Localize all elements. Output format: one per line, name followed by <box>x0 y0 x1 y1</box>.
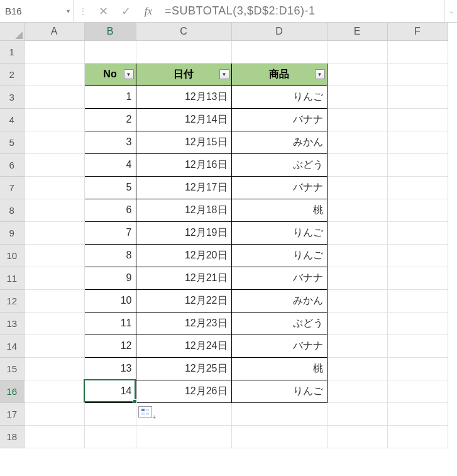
col-head-B[interactable]: B <box>84 23 136 40</box>
cell-B9[interactable]: 7 <box>84 221 136 244</box>
row-head-7[interactable]: 7 <box>0 176 24 199</box>
cell-E1[interactable] <box>327 40 387 63</box>
cell-C1[interactable] <box>136 40 231 63</box>
cell-B7[interactable]: 5 <box>84 176 136 199</box>
cell-A7[interactable] <box>24 176 84 199</box>
cell-F3[interactable] <box>387 86 448 108</box>
cell-D2[interactable]: 商品▼ <box>231 63 327 86</box>
cell-A14[interactable] <box>24 335 84 357</box>
cell-B2[interactable]: No▼ <box>84 63 136 86</box>
cell-F13[interactable] <box>387 312 448 335</box>
col-head-E[interactable]: E <box>327 23 387 40</box>
dropdown-icon[interactable]: ▼ <box>65 8 71 14</box>
cell-E4[interactable] <box>327 108 387 131</box>
cell-A6[interactable] <box>24 153 84 176</box>
row-head-6[interactable]: 6 <box>0 153 24 176</box>
row-head-10[interactable]: 10 <box>0 244 24 267</box>
accept-formula-button[interactable]: ✓ <box>114 0 137 22</box>
cell-B5[interactable]: 3 <box>84 131 136 153</box>
cell-B4[interactable]: 2 <box>84 108 136 131</box>
col-head-F[interactable]: F <box>387 23 448 40</box>
cell-F4[interactable] <box>387 108 448 131</box>
cell-B15[interactable]: 13 <box>84 357 136 380</box>
cell-E18[interactable] <box>327 425 387 448</box>
cell-F9[interactable] <box>387 221 448 244</box>
cell-A10[interactable] <box>24 244 84 267</box>
cell-C10[interactable]: 12月20日 <box>136 244 231 267</box>
cell-E16[interactable] <box>327 380 387 402</box>
row-head-13[interactable]: 13 <box>0 312 24 335</box>
cell-E7[interactable] <box>327 176 387 199</box>
cell-C6[interactable]: 12月16日 <box>136 153 231 176</box>
cell-F15[interactable] <box>387 357 448 380</box>
cell-D4[interactable]: バナナ <box>231 108 327 131</box>
row-head-8[interactable]: 8 <box>0 199 24 221</box>
cell-E8[interactable] <box>327 199 387 221</box>
cell-E14[interactable] <box>327 335 387 357</box>
cell-A2[interactable] <box>24 63 84 86</box>
cell-E11[interactable] <box>327 267 387 289</box>
cell-E13[interactable] <box>327 312 387 335</box>
cell-B11[interactable]: 9 <box>84 267 136 289</box>
cell-C3[interactable]: 12月13日 <box>136 86 231 108</box>
cell-A5[interactable] <box>24 131 84 153</box>
cell-E12[interactable] <box>327 289 387 312</box>
cell-F7[interactable] <box>387 176 448 199</box>
filter-button[interactable]: ▼ <box>124 69 134 79</box>
filter-button[interactable]: ▼ <box>315 69 325 79</box>
cell-B14[interactable]: 12 <box>84 335 136 357</box>
cell-E6[interactable] <box>327 153 387 176</box>
autofill-options-button[interactable]: + <box>138 406 152 418</box>
cell-F5[interactable] <box>387 131 448 153</box>
cell-C8[interactable]: 12月18日 <box>136 199 231 221</box>
cell-C11[interactable]: 12月21日 <box>136 267 231 289</box>
cell-B3[interactable]: 1 <box>84 86 136 108</box>
formula-input[interactable]: =SUBTOTAL(3,$D$2:D16)-1 <box>160 0 444 22</box>
cell-A1[interactable] <box>24 40 84 63</box>
cell-E3[interactable] <box>327 86 387 108</box>
cell-C12[interactable]: 12月22日 <box>136 289 231 312</box>
filter-button[interactable]: ▼ <box>219 69 229 79</box>
cell-F6[interactable] <box>387 153 448 176</box>
cell-A8[interactable] <box>24 199 84 221</box>
cell-A15[interactable] <box>24 357 84 380</box>
cell-F8[interactable] <box>387 199 448 221</box>
cell-F17[interactable] <box>387 402 448 425</box>
cell-D18[interactable] <box>231 425 327 448</box>
cell-C14[interactable]: 12月24日 <box>136 335 231 357</box>
row-head-9[interactable]: 9 <box>0 221 24 244</box>
cell-B1[interactable] <box>84 40 136 63</box>
cell-D5[interactable]: みかん <box>231 131 327 153</box>
row-head-2[interactable]: 2 <box>0 63 24 86</box>
cell-C4[interactable]: 12月14日 <box>136 108 231 131</box>
cell-A18[interactable] <box>24 425 84 448</box>
cell-F11[interactable] <box>387 267 448 289</box>
row-head-3[interactable]: 3 <box>0 86 24 108</box>
cell-E9[interactable] <box>327 221 387 244</box>
name-box[interactable]: B16 ▼ <box>0 0 74 22</box>
row-head-17[interactable]: 17 <box>0 402 24 425</box>
row-head-16[interactable]: 16 <box>0 380 24 402</box>
cell-A16[interactable] <box>24 380 84 402</box>
cell-F2[interactable] <box>387 63 448 86</box>
cell-B6[interactable]: 4 <box>84 153 136 176</box>
cell-D6[interactable]: ぶどう <box>231 153 327 176</box>
cell-B10[interactable]: 8 <box>84 244 136 267</box>
cell-B16[interactable]: 14 <box>84 380 136 402</box>
expand-formula-bar[interactable]: ⌄ <box>444 0 457 22</box>
cell-A9[interactable] <box>24 221 84 244</box>
row-head-14[interactable]: 14 <box>0 335 24 357</box>
cell-A4[interactable] <box>24 108 84 131</box>
cell-B12[interactable]: 10 <box>84 289 136 312</box>
cell-D17[interactable] <box>231 402 327 425</box>
cell-D11[interactable]: バナナ <box>231 267 327 289</box>
cell-E15[interactable] <box>327 357 387 380</box>
select-all-corner[interactable] <box>0 23 24 40</box>
cell-E10[interactable] <box>327 244 387 267</box>
cell-D1[interactable] <box>231 40 327 63</box>
cell-A17[interactable] <box>24 402 84 425</box>
cell-F1[interactable] <box>387 40 448 63</box>
col-head-A[interactable]: A <box>24 23 84 40</box>
cell-C5[interactable]: 12月15日 <box>136 131 231 153</box>
cell-F16[interactable] <box>387 380 448 402</box>
